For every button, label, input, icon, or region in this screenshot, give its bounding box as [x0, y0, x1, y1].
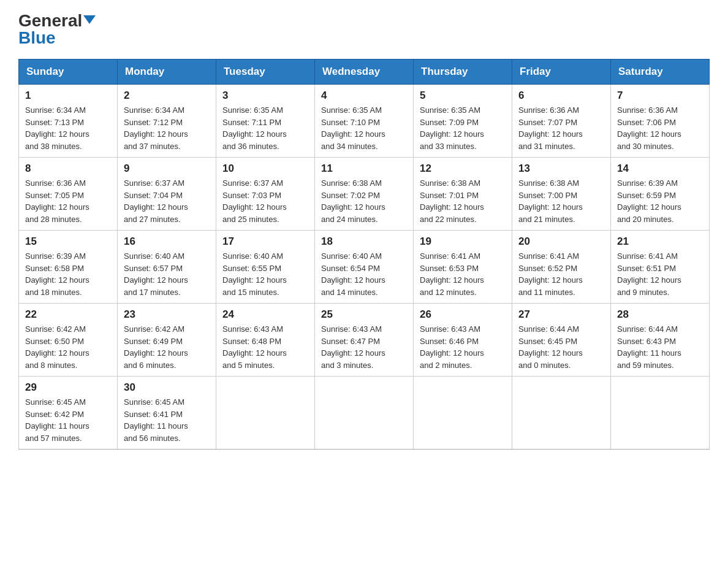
day-number: 21 — [617, 236, 703, 248]
day-header-saturday: Saturday — [611, 59, 710, 85]
day-info: Sunrise: 6:37 AMSunset: 7:04 PMDaylight:… — [124, 177, 210, 225]
calendar-cell: 11Sunrise: 6:38 AMSunset: 7:02 PMDayligh… — [315, 158, 414, 231]
day-info: Sunrise: 6:41 AMSunset: 6:52 PMDaylight:… — [518, 250, 604, 298]
day-info: Sunrise: 6:41 AMSunset: 6:51 PMDaylight:… — [617, 250, 703, 298]
day-number: 28 — [617, 308, 703, 321]
calendar-cell: 1Sunrise: 6:34 AMSunset: 7:13 PMDaylight… — [19, 85, 118, 158]
day-number: 2 — [124, 90, 210, 102]
day-number: 26 — [420, 308, 506, 321]
calendar-cell: 4Sunrise: 6:35 AMSunset: 7:10 PMDaylight… — [315, 85, 414, 158]
day-number: 14 — [617, 163, 703, 175]
day-info: Sunrise: 6:35 AMSunset: 7:11 PMDaylight:… — [222, 104, 308, 152]
calendar-cell: 17Sunrise: 6:40 AMSunset: 6:55 PMDayligh… — [216, 231, 315, 304]
day-info: Sunrise: 6:39 AMSunset: 6:59 PMDaylight:… — [617, 177, 703, 225]
day-info: Sunrise: 6:43 AMSunset: 6:48 PMDaylight:… — [222, 323, 308, 371]
calendar-week-row: 8Sunrise: 6:36 AMSunset: 7:05 PMDaylight… — [19, 158, 710, 231]
calendar-week-row: 29Sunrise: 6:45 AMSunset: 6:42 PMDayligh… — [19, 377, 710, 450]
day-info: Sunrise: 6:36 AMSunset: 7:07 PMDaylight:… — [518, 104, 604, 152]
calendar-cell: 12Sunrise: 6:38 AMSunset: 7:01 PMDayligh… — [414, 158, 512, 231]
day-number: 7 — [617, 90, 703, 102]
day-header-friday: Friday — [512, 59, 611, 85]
day-info: Sunrise: 6:44 AMSunset: 6:45 PMDaylight:… — [518, 323, 604, 371]
calendar-cell: 6Sunrise: 6:36 AMSunset: 7:07 PMDaylight… — [512, 85, 611, 158]
calendar-cell — [611, 377, 710, 450]
calendar-cell: 13Sunrise: 6:38 AMSunset: 7:00 PMDayligh… — [512, 158, 611, 231]
day-number: 29 — [25, 381, 111, 394]
day-info: Sunrise: 6:38 AMSunset: 7:02 PMDaylight:… — [321, 177, 407, 225]
day-info: Sunrise: 6:35 AMSunset: 7:10 PMDaylight:… — [321, 104, 407, 152]
day-number: 16 — [124, 236, 210, 248]
day-info: Sunrise: 6:45 AMSunset: 6:42 PMDaylight:… — [25, 396, 111, 444]
day-info: Sunrise: 6:40 AMSunset: 6:55 PMDaylight:… — [222, 250, 308, 298]
day-number: 10 — [222, 163, 308, 175]
calendar-cell — [512, 377, 611, 450]
day-number: 1 — [25, 90, 111, 102]
day-number: 17 — [222, 236, 308, 248]
calendar-cell: 5Sunrise: 6:35 AMSunset: 7:09 PMDaylight… — [414, 85, 512, 158]
day-info: Sunrise: 6:39 AMSunset: 6:58 PMDaylight:… — [25, 250, 111, 298]
calendar-cell: 19Sunrise: 6:41 AMSunset: 6:53 PMDayligh… — [414, 231, 512, 304]
day-header-wednesday: Wednesday — [315, 59, 414, 85]
logo: General Blue — [18, 12, 96, 47]
day-info: Sunrise: 6:35 AMSunset: 7:09 PMDaylight:… — [420, 104, 506, 152]
header: General Blue — [18, 12, 710, 47]
calendar-cell: 29Sunrise: 6:45 AMSunset: 6:42 PMDayligh… — [19, 377, 118, 450]
day-number: 5 — [420, 90, 506, 102]
day-header-monday: Monday — [118, 59, 216, 85]
day-number: 24 — [222, 308, 308, 321]
logo-blue-text: Blue — [18, 29, 56, 47]
calendar-week-row: 22Sunrise: 6:42 AMSunset: 6:50 PMDayligh… — [19, 304, 710, 377]
day-info: Sunrise: 6:43 AMSunset: 6:46 PMDaylight:… — [420, 323, 506, 371]
calendar-cell: 28Sunrise: 6:44 AMSunset: 6:43 PMDayligh… — [611, 304, 710, 377]
calendar-cell: 20Sunrise: 6:41 AMSunset: 6:52 PMDayligh… — [512, 231, 611, 304]
calendar-week-row: 1Sunrise: 6:34 AMSunset: 7:13 PMDaylight… — [19, 85, 710, 158]
day-number: 13 — [518, 163, 604, 175]
calendar-cell: 16Sunrise: 6:40 AMSunset: 6:57 PMDayligh… — [118, 231, 216, 304]
calendar-cell: 27Sunrise: 6:44 AMSunset: 6:45 PMDayligh… — [512, 304, 611, 377]
day-number: 6 — [518, 90, 604, 102]
day-number: 3 — [222, 90, 308, 102]
day-number: 19 — [420, 236, 506, 248]
day-header-tuesday: Tuesday — [216, 59, 315, 85]
day-info: Sunrise: 6:40 AMSunset: 6:54 PMDaylight:… — [321, 250, 407, 298]
day-info: Sunrise: 6:34 AMSunset: 7:12 PMDaylight:… — [124, 104, 210, 152]
day-number: 15 — [25, 236, 111, 248]
day-info: Sunrise: 6:36 AMSunset: 7:05 PMDaylight:… — [25, 177, 111, 225]
day-info: Sunrise: 6:38 AMSunset: 7:00 PMDaylight:… — [518, 177, 604, 225]
day-number: 25 — [321, 308, 407, 321]
day-number: 20 — [518, 236, 604, 248]
calendar-cell: 3Sunrise: 6:35 AMSunset: 7:11 PMDaylight… — [216, 85, 315, 158]
calendar-cell: 21Sunrise: 6:41 AMSunset: 6:51 PMDayligh… — [611, 231, 710, 304]
calendar-cell — [315, 377, 414, 450]
logo-general-text: General — [18, 12, 82, 29]
day-number: 23 — [124, 308, 210, 321]
day-header-thursday: Thursday — [414, 59, 512, 85]
day-number: 11 — [321, 163, 407, 175]
day-info: Sunrise: 6:42 AMSunset: 6:49 PMDaylight:… — [124, 323, 210, 371]
day-info: Sunrise: 6:36 AMSunset: 7:06 PMDaylight:… — [617, 104, 703, 152]
day-info: Sunrise: 6:38 AMSunset: 7:01 PMDaylight:… — [420, 177, 506, 225]
calendar-cell: 15Sunrise: 6:39 AMSunset: 6:58 PMDayligh… — [19, 231, 118, 304]
calendar-cell: 2Sunrise: 6:34 AMSunset: 7:12 PMDaylight… — [118, 85, 216, 158]
calendar-cell: 7Sunrise: 6:36 AMSunset: 7:06 PMDaylight… — [611, 85, 710, 158]
calendar-cell: 26Sunrise: 6:43 AMSunset: 6:46 PMDayligh… — [414, 304, 512, 377]
calendar-cell: 24Sunrise: 6:43 AMSunset: 6:48 PMDayligh… — [216, 304, 315, 377]
calendar-cell: 18Sunrise: 6:40 AMSunset: 6:54 PMDayligh… — [315, 231, 414, 304]
calendar-cell: 25Sunrise: 6:43 AMSunset: 6:47 PMDayligh… — [315, 304, 414, 377]
day-info: Sunrise: 6:43 AMSunset: 6:47 PMDaylight:… — [321, 323, 407, 371]
calendar-cell: 10Sunrise: 6:37 AMSunset: 7:03 PMDayligh… — [216, 158, 315, 231]
day-info: Sunrise: 6:41 AMSunset: 6:53 PMDaylight:… — [420, 250, 506, 298]
day-number: 12 — [420, 163, 506, 175]
day-number: 22 — [25, 308, 111, 321]
calendar-cell — [414, 377, 512, 450]
calendar-cell: 30Sunrise: 6:45 AMSunset: 6:41 PMDayligh… — [118, 377, 216, 450]
day-number: 30 — [124, 381, 210, 394]
day-info: Sunrise: 6:40 AMSunset: 6:57 PMDaylight:… — [124, 250, 210, 298]
day-info: Sunrise: 6:42 AMSunset: 6:50 PMDaylight:… — [25, 323, 111, 371]
day-number: 27 — [518, 308, 604, 321]
day-info: Sunrise: 6:45 AMSunset: 6:41 PMDaylight:… — [124, 396, 210, 444]
day-number: 9 — [124, 163, 210, 175]
calendar-cell: 14Sunrise: 6:39 AMSunset: 6:59 PMDayligh… — [611, 158, 710, 231]
day-info: Sunrise: 6:34 AMSunset: 7:13 PMDaylight:… — [25, 104, 111, 152]
calendar-cell: 22Sunrise: 6:42 AMSunset: 6:50 PMDayligh… — [19, 304, 118, 377]
